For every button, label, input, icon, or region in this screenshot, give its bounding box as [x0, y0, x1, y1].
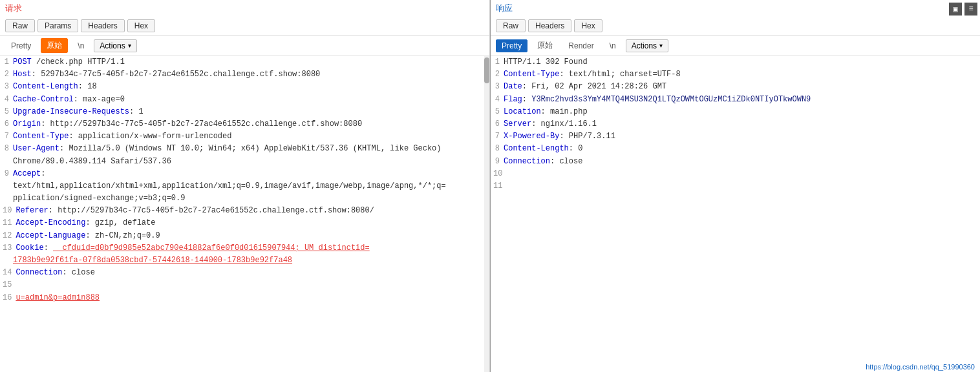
- actions-btn-response[interactable]: Actions ▾: [626, 39, 668, 52]
- table-row: Chrome/89.0.4389.114 Safari/537.36: [0, 156, 489, 168]
- table-row: 10 Referer: http://5297b34c-77c5-405f-b2…: [0, 205, 489, 217]
- table-row: 6 Server: nginx/1.16.1: [491, 118, 980, 130]
- layout-icon[interactable]: ▣: [949, 3, 962, 16]
- table-row: 4 Cache-Control: max-age=0: [0, 94, 489, 106]
- request-tabs: Raw Params Headers Hex: [0, 17, 489, 36]
- menu-icon[interactable]: ≡: [964, 3, 977, 16]
- table-row: 2 Host: 5297b34c-77c5-405f-b2c7-27ac4e61…: [0, 68, 489, 81]
- table-row: 9 Connection: close: [491, 156, 980, 168]
- tab-headers-response[interactable]: Headers: [528, 19, 571, 32]
- actions-chevron-request: ▾: [128, 42, 131, 49]
- table-row: 1 POST /check.php HTTP/1.1: [0, 56, 489, 68]
- in-btn-request[interactable]: \n: [72, 39, 90, 52]
- table-row: text/html,application/xhtml+xml,applicat…: [0, 180, 489, 192]
- tab-params[interactable]: Params: [37, 19, 78, 32]
- table-row: 10: [491, 168, 980, 180]
- table-row: 15: [0, 279, 489, 291]
- actions-chevron-response: ▾: [659, 42, 663, 49]
- tab-raw-response[interactable]: Raw: [496, 19, 526, 32]
- table-row: 14 Connection: close: [0, 267, 489, 279]
- table-row: 5 Upgrade-Insecure-Requests: 1: [0, 106, 489, 118]
- table-row: 9 Accept:: [0, 168, 489, 180]
- table-row: 7 Content-Type: application/x-www-form-u…: [0, 130, 489, 143]
- table-row: 5 Location: main.php: [491, 106, 980, 118]
- pretty-btn-request[interactable]: Pretty: [5, 39, 37, 52]
- pretty-btn-response[interactable]: Pretty: [496, 39, 527, 52]
- table-row: 1 HTTP/1.1 302 Found: [491, 56, 980, 68]
- table-row: 2 Content-Type: text/html; charset=UTF-8: [491, 68, 980, 81]
- table-row: 4 Flag: Y3Rmc2hvd3s3YmY4MTQ4MSU3N2Q1LTQz…: [491, 94, 980, 106]
- status-bar: https://blog.csdn.net/qq_51990360: [860, 362, 980, 372]
- actions-btn-request[interactable]: Actions ▾: [94, 39, 136, 52]
- tab-hex-response[interactable]: Hex: [574, 19, 602, 32]
- response-toolbar: Pretty 原始 Render \n Actions ▾: [491, 36, 980, 56]
- table-row: 8 Content-Length: 0: [491, 143, 980, 155]
- status-url: https://blog.csdn.net/qq_51990360: [866, 363, 975, 371]
- table-row: 6 Origin: http://5297b34c-77c5-405f-b2c7…: [0, 118, 489, 130]
- request-pane: 请求 Raw Params Headers Hex Pretty 原始 \n A…: [0, 0, 490, 372]
- request-content: 1 POST /check.php HTTP/1.1 2 Host: 5297b…: [0, 56, 489, 372]
- table-row: 13 Cookie: __cfduid=d0bf9d985e52abc790e4…: [0, 242, 489, 254]
- table-row: pplication/signed-exchange;v=b3;q=0.9: [0, 192, 489, 205]
- table-row: 3 Date: Fri, 02 Apr 2021 14:28:26 GMT: [491, 81, 980, 93]
- table-row: 1783b9e92f61fa-07f8da0538cbd7-57442618-1…: [0, 254, 489, 267]
- response-pane: 响应 Raw Headers Hex Pretty 原始 Render \n A…: [491, 0, 980, 372]
- yuanshi-btn-request[interactable]: 原始: [41, 38, 68, 53]
- table-row: 16 u=admin&p=admin888: [0, 292, 489, 304]
- render-btn-response[interactable]: Render: [562, 39, 599, 52]
- table-row: 7 X-Powered-By: PHP/7.3.11: [491, 130, 980, 143]
- in-btn-response[interactable]: \n: [604, 39, 622, 52]
- yuanshi-btn-response[interactable]: 原始: [531, 38, 559, 53]
- table-row: 12 Accept-Language: zh-CN,zh;q=0.9: [0, 230, 489, 242]
- request-title: 请求: [0, 0, 489, 17]
- request-toolbar: Pretty 原始 \n Actions ▾: [0, 36, 489, 56]
- tab-raw-request[interactable]: Raw: [5, 19, 35, 32]
- response-content: 1 HTTP/1.1 302 Found 2 Content-Type: tex…: [491, 56, 980, 372]
- response-title: 响应: [491, 0, 980, 17]
- table-row: 3 Content-Length: 18: [0, 81, 489, 93]
- table-row: 11 Accept-Encoding: gzip, deflate: [0, 217, 489, 229]
- response-tabs: Raw Headers Hex: [491, 17, 980, 36]
- table-row: 8 User-Agent: Mozilla/5.0 (Windows NT 10…: [0, 143, 489, 155]
- tab-hex-request[interactable]: Hex: [127, 19, 155, 32]
- table-row: 11: [491, 180, 980, 192]
- tab-headers-request[interactable]: Headers: [81, 19, 124, 32]
